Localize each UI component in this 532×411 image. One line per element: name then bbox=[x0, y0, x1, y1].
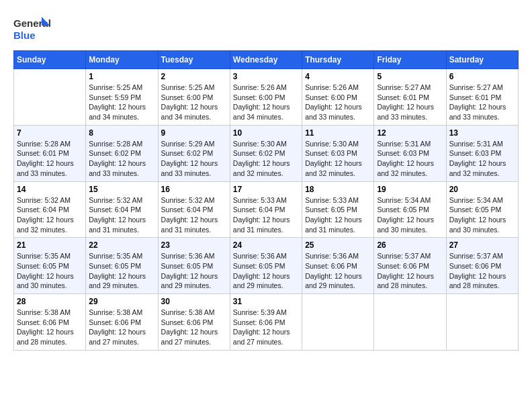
day-number: 8 bbox=[89, 128, 154, 138]
day-number: 24 bbox=[233, 240, 299, 250]
day-info: Sunrise: 5:27 AM Sunset: 6:01 PM Dayligh… bbox=[449, 83, 515, 122]
calendar-cell: 2Sunrise: 5:25 AM Sunset: 6:00 PM Daylig… bbox=[158, 69, 230, 126]
day-number: 30 bbox=[161, 297, 227, 306]
calendar-cell: 28Sunrise: 5:38 AM Sunset: 6:06 PM Dayli… bbox=[14, 294, 86, 351]
day-number: 16 bbox=[161, 185, 227, 194]
calendar-cell: 26Sunrise: 5:37 AM Sunset: 6:06 PM Dayli… bbox=[374, 238, 446, 294]
day-number: 1 bbox=[89, 72, 154, 81]
day-info: Sunrise: 5:31 AM Sunset: 6:03 PM Dayligh… bbox=[377, 139, 443, 179]
calendar-cell: 4Sunrise: 5:26 AM Sunset: 6:00 PM Daylig… bbox=[302, 69, 374, 126]
day-number: 6 bbox=[449, 72, 515, 81]
calendar-cell: 3Sunrise: 5:26 AM Sunset: 6:00 PM Daylig… bbox=[230, 69, 302, 126]
day-info: Sunrise: 5:34 AM Sunset: 6:05 PM Dayligh… bbox=[377, 195, 443, 235]
day-number: 21 bbox=[17, 240, 83, 250]
calendar-cell: 10Sunrise: 5:30 AM Sunset: 6:02 PM Dayli… bbox=[230, 125, 302, 181]
day-info: Sunrise: 5:38 AM Sunset: 6:06 PM Dayligh… bbox=[17, 308, 83, 347]
calendar-cell: 19Sunrise: 5:34 AM Sunset: 6:05 PM Dayli… bbox=[374, 181, 446, 238]
day-number: 17 bbox=[233, 185, 299, 194]
calendar-week-row: 14Sunrise: 5:32 AM Sunset: 6:04 PM Dayli… bbox=[14, 181, 519, 238]
calendar-cell: 21Sunrise: 5:35 AM Sunset: 6:05 PM Dayli… bbox=[14, 238, 86, 294]
day-info: Sunrise: 5:39 AM Sunset: 6:06 PM Dayligh… bbox=[233, 308, 299, 347]
day-number: 12 bbox=[377, 128, 443, 138]
day-info: Sunrise: 5:35 AM Sunset: 6:05 PM Dayligh… bbox=[89, 251, 154, 291]
calendar-week-row: 7Sunrise: 5:28 AM Sunset: 6:01 PM Daylig… bbox=[14, 125, 519, 181]
calendar-cell: 31Sunrise: 5:39 AM Sunset: 6:06 PM Dayli… bbox=[230, 294, 302, 351]
day-number: 3 bbox=[233, 72, 299, 81]
calendar-cell: 14Sunrise: 5:32 AM Sunset: 6:04 PM Dayli… bbox=[14, 181, 86, 238]
day-info: Sunrise: 5:34 AM Sunset: 6:05 PM Dayligh… bbox=[449, 195, 515, 235]
svg-text:Blue: Blue bbox=[13, 30, 36, 41]
day-number: 9 bbox=[161, 128, 227, 138]
calendar-cell: 7Sunrise: 5:28 AM Sunset: 6:01 PM Daylig… bbox=[14, 125, 86, 181]
day-info: Sunrise: 5:29 AM Sunset: 6:02 PM Dayligh… bbox=[161, 139, 227, 179]
day-number: 5 bbox=[377, 72, 443, 81]
day-info: Sunrise: 5:26 AM Sunset: 6:00 PM Dayligh… bbox=[233, 83, 299, 122]
calendar-cell: 24Sunrise: 5:36 AM Sunset: 6:05 PM Dayli… bbox=[230, 238, 302, 294]
page-header: GeneralBlue bbox=[13, 13, 519, 44]
logo: GeneralBlue bbox=[13, 13, 50, 44]
day-info: Sunrise: 5:38 AM Sunset: 6:06 PM Dayligh… bbox=[161, 308, 227, 347]
day-info: Sunrise: 5:37 AM Sunset: 6:06 PM Dayligh… bbox=[449, 251, 515, 291]
day-info: Sunrise: 5:28 AM Sunset: 6:01 PM Dayligh… bbox=[17, 139, 83, 179]
day-number: 15 bbox=[89, 185, 154, 194]
calendar-cell: 23Sunrise: 5:36 AM Sunset: 6:05 PM Dayli… bbox=[158, 238, 230, 294]
day-number: 2 bbox=[161, 72, 227, 81]
day-number: 27 bbox=[449, 240, 515, 250]
header-friday: Friday bbox=[374, 51, 446, 69]
day-number: 22 bbox=[89, 240, 154, 250]
day-number: 25 bbox=[305, 240, 371, 250]
header-thursday: Thursday bbox=[302, 51, 374, 69]
day-info: Sunrise: 5:35 AM Sunset: 6:05 PM Dayligh… bbox=[17, 251, 83, 291]
calendar-cell: 27Sunrise: 5:37 AM Sunset: 6:06 PM Dayli… bbox=[446, 238, 518, 294]
header-monday: Monday bbox=[86, 51, 158, 69]
day-info: Sunrise: 5:37 AM Sunset: 6:06 PM Dayligh… bbox=[377, 251, 443, 291]
calendar-cell bbox=[14, 69, 86, 126]
day-number: 31 bbox=[233, 297, 299, 306]
day-info: Sunrise: 5:36 AM Sunset: 6:06 PM Dayligh… bbox=[305, 251, 371, 291]
day-info: Sunrise: 5:38 AM Sunset: 6:06 PM Dayligh… bbox=[89, 308, 154, 347]
calendar-header-row: SundayMondayTuesdayWednesdayThursdayFrid… bbox=[14, 51, 519, 69]
calendar-cell: 1Sunrise: 5:25 AM Sunset: 5:59 PM Daylig… bbox=[86, 69, 158, 126]
day-info: Sunrise: 5:33 AM Sunset: 6:04 PM Dayligh… bbox=[233, 195, 299, 235]
day-number: 14 bbox=[17, 185, 83, 194]
day-number: 10 bbox=[233, 128, 299, 138]
day-number: 26 bbox=[377, 240, 443, 250]
calendar-cell bbox=[446, 294, 518, 351]
day-number: 28 bbox=[17, 297, 83, 306]
calendar-cell: 9Sunrise: 5:29 AM Sunset: 6:02 PM Daylig… bbox=[158, 125, 230, 181]
day-number: 29 bbox=[89, 297, 154, 306]
calendar-week-row: 1Sunrise: 5:25 AM Sunset: 5:59 PM Daylig… bbox=[14, 69, 519, 126]
calendar-cell: 25Sunrise: 5:36 AM Sunset: 6:06 PM Dayli… bbox=[302, 238, 374, 294]
calendar-cell: 30Sunrise: 5:38 AM Sunset: 6:06 PM Dayli… bbox=[158, 294, 230, 351]
day-info: Sunrise: 5:36 AM Sunset: 6:05 PM Dayligh… bbox=[233, 251, 299, 291]
day-number: 13 bbox=[449, 128, 515, 138]
calendar-week-row: 28Sunrise: 5:38 AM Sunset: 6:06 PM Dayli… bbox=[14, 294, 519, 351]
day-number: 20 bbox=[449, 185, 515, 194]
day-number: 23 bbox=[161, 240, 227, 250]
calendar-cell: 6Sunrise: 5:27 AM Sunset: 6:01 PM Daylig… bbox=[446, 69, 518, 126]
calendar-cell: 20Sunrise: 5:34 AM Sunset: 6:05 PM Dayli… bbox=[446, 181, 518, 238]
calendar-cell bbox=[302, 294, 374, 351]
header-wednesday: Wednesday bbox=[230, 51, 302, 69]
day-info: Sunrise: 5:33 AM Sunset: 6:05 PM Dayligh… bbox=[305, 195, 371, 235]
day-info: Sunrise: 5:26 AM Sunset: 6:00 PM Dayligh… bbox=[305, 83, 371, 122]
day-number: 18 bbox=[305, 185, 371, 194]
day-number: 19 bbox=[377, 185, 443, 194]
day-info: Sunrise: 5:32 AM Sunset: 6:04 PM Dayligh… bbox=[17, 195, 83, 235]
calendar-cell: 18Sunrise: 5:33 AM Sunset: 6:05 PM Dayli… bbox=[302, 181, 374, 238]
calendar-cell bbox=[374, 294, 446, 351]
day-info: Sunrise: 5:32 AM Sunset: 6:04 PM Dayligh… bbox=[161, 195, 227, 235]
calendar-cell: 11Sunrise: 5:30 AM Sunset: 6:03 PM Dayli… bbox=[302, 125, 374, 181]
calendar-cell: 8Sunrise: 5:28 AM Sunset: 6:02 PM Daylig… bbox=[86, 125, 158, 181]
day-info: Sunrise: 5:27 AM Sunset: 6:01 PM Dayligh… bbox=[377, 83, 443, 122]
calendar-cell: 22Sunrise: 5:35 AM Sunset: 6:05 PM Dayli… bbox=[86, 238, 158, 294]
calendar-cell: 13Sunrise: 5:31 AM Sunset: 6:03 PM Dayli… bbox=[446, 125, 518, 181]
day-info: Sunrise: 5:25 AM Sunset: 5:59 PM Dayligh… bbox=[89, 83, 154, 122]
calendar-cell: 5Sunrise: 5:27 AM Sunset: 6:01 PM Daylig… bbox=[374, 69, 446, 126]
day-info: Sunrise: 5:31 AM Sunset: 6:03 PM Dayligh… bbox=[449, 139, 515, 179]
day-number: 11 bbox=[305, 128, 371, 138]
header-tuesday: Tuesday bbox=[158, 51, 230, 69]
day-info: Sunrise: 5:25 AM Sunset: 6:00 PM Dayligh… bbox=[161, 83, 227, 122]
logo-icon: GeneralBlue bbox=[13, 13, 50, 44]
header-sunday: Sunday bbox=[14, 51, 86, 69]
